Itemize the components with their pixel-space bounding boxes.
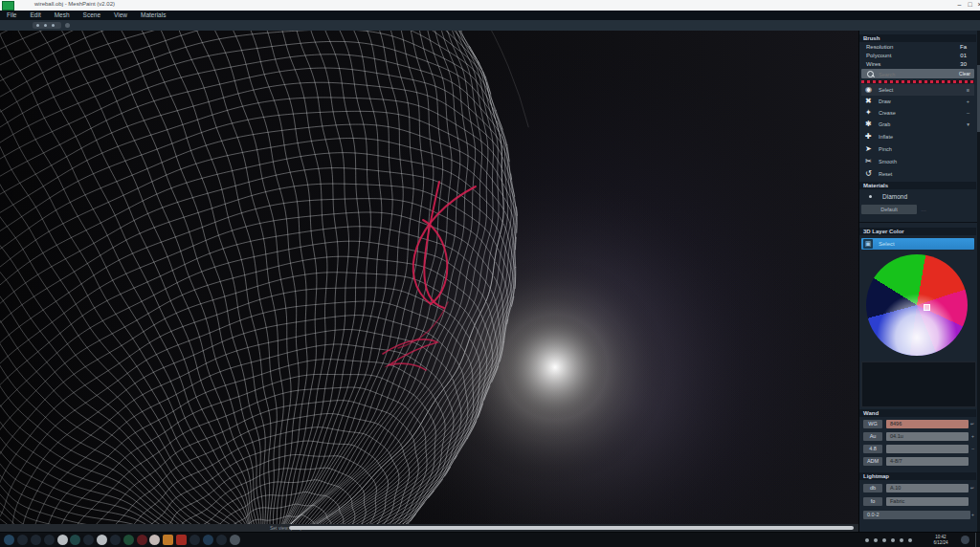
tool-list-item[interactable]: ✦ Crease – — [861, 107, 974, 119]
brush-search-row: Clear — [861, 69, 974, 78]
taskbar-icon-dark-app-1[interactable] — [83, 535, 94, 545]
search-clear-button[interactable]: Clear — [959, 71, 970, 77]
param-value: 30 — [960, 60, 967, 69]
menu-materials[interactable]: Materials — [134, 11, 172, 20]
tray-clock[interactable]: 10:42 6/12/24 — [922, 535, 960, 546]
field-value[interactable]: A.10 — [886, 484, 969, 492]
maximize-button[interactable]: □ — [966, 1, 974, 9]
field-value-wide[interactable]: 0.0-2 — [863, 511, 970, 519]
taskbar-icon-blue-app[interactable] — [203, 535, 213, 545]
field-side-icon[interactable]: + — [971, 433, 974, 439]
tool-list-item[interactable]: ✖ Draw + — [861, 96, 974, 107]
tool-badge[interactable]: + — [967, 98, 969, 104]
field-side-icon[interactable]: – — [971, 446, 974, 451]
param-row[interactable]: Resolution Fa — [861, 43, 974, 52]
field-value[interactable]: 8496 — [886, 420, 969, 428]
tool-list-item[interactable]: ✚ Inflate — [861, 131, 974, 142]
tool-label: Pinch — [879, 146, 892, 152]
field-label: WG — [863, 420, 882, 428]
taskbar-icon-green-app[interactable] — [123, 535, 134, 545]
tray-icon-1[interactable] — [865, 538, 869, 542]
color-section-header[interactable]: 3D Layer Color — [859, 228, 976, 235]
window-title: wireball.obj - MeshPaint (v2.02) — [34, 1, 115, 7]
show-desktop-button[interactable] — [975, 533, 980, 547]
tray-icon-6[interactable] — [908, 538, 912, 542]
taskbar-icon-sphere-app[interactable] — [97, 535, 107, 545]
undo-icon: ↺ — [865, 169, 872, 179]
color-row-label: Select — [879, 241, 895, 247]
minimize-button[interactable]: – — [955, 1, 964, 9]
taskbar-icon-gray-app[interactable] — [230, 535, 240, 545]
brush-section-header[interactable]: Brush — [859, 34, 976, 42]
field-label: 4.8 — [863, 445, 882, 453]
scissors-brush-icon: ✂ — [865, 157, 872, 166]
arrow-brush-icon: ➤ — [865, 144, 872, 154]
field-value[interactable]: 4-8/7 — [886, 457, 969, 466]
taskbar-icon-globe-app[interactable] — [57, 535, 68, 545]
menu-view[interactable]: View — [107, 11, 134, 20]
snapshot-icon[interactable] — [65, 23, 70, 28]
tray-icon-5[interactable] — [900, 538, 903, 542]
tray-icon-2[interactable] — [874, 538, 878, 542]
taskbar-icon-browser-2[interactable] — [31, 535, 41, 545]
color-wheel[interactable] — [866, 254, 968, 356]
menu-scene[interactable]: Scene — [77, 11, 107, 20]
horizontal-scrollbar[interactable] — [289, 526, 854, 530]
menu-mesh[interactable]: Mesh — [48, 11, 77, 20]
taskbar-icon-dark-app-2[interactable] — [110, 535, 121, 545]
taskbar-icon-red-tool-app[interactable] — [137, 535, 147, 545]
material-more-button[interactable]: … — [921, 207, 926, 212]
tool-label: Select — [879, 87, 893, 93]
tray-icon-7[interactable] — [961, 536, 969, 544]
param-row[interactable]: Wires 30 — [861, 60, 974, 69]
field-value[interactable] — [886, 445, 969, 453]
taskbar-icon-dark-app-4[interactable] — [216, 535, 227, 545]
field-side-icon[interactable]: + — [971, 512, 974, 517]
tool-list-item[interactable]: ↺ Reset — [861, 168, 974, 180]
field-row: Au 04.1u + — [861, 431, 974, 442]
close-button[interactable]: × — [975, 1, 980, 9]
field-value[interactable]: 04.1u — [886, 432, 969, 441]
menu-file[interactable]: File — [0, 11, 23, 20]
field-value[interactable]: Fabric — [886, 497, 969, 506]
taskbar-icon-pale-red-app[interactable] — [149, 535, 160, 545]
taskbar-icon-teal-app[interactable] — [70, 535, 80, 545]
field-side-icon[interactable]: ↵ — [970, 421, 974, 427]
material-bullet-icon — [869, 195, 872, 198]
taskbar-icon-dark-app-3[interactable] — [189, 535, 200, 545]
color-selected-row[interactable]: ▣ Select — [861, 238, 974, 250]
field-label: Au — [863, 432, 882, 441]
tool-list-item[interactable]: ✱ Grab ▾ — [861, 119, 974, 130]
tool-badge[interactable]: – — [967, 110, 969, 116]
material-name: Diamond — [882, 193, 907, 200]
tool-label: Inflate — [879, 134, 893, 140]
color-wheel-marker[interactable] — [924, 304, 930, 311]
taskbar-icon-red-app[interactable] — [176, 535, 187, 545]
taskbar-icon-start[interactable] — [4, 535, 14, 545]
field-label: db — [863, 484, 882, 492]
material-default-button[interactable]: Default — [861, 205, 917, 214]
taskbar-icon-amber-app[interactable] — [163, 535, 173, 545]
materials-section-header[interactable]: Materials — [859, 182, 976, 189]
tool-badge[interactable]: ≡ — [967, 87, 969, 93]
target-brush-icon: ◉ — [865, 85, 872, 95]
field-side-icon[interactable]: ↵ — [970, 485, 974, 491]
tray-icon-4[interactable] — [891, 538, 895, 542]
tool-list-item[interactable]: ➤ Pinch — [861, 143, 974, 155]
material-item[interactable]: Diamond — [861, 191, 974, 203]
tool-list-item[interactable]: ✂ Smooth — [861, 156, 974, 167]
lightmap-section-header[interactable]: Lightmap — [859, 472, 976, 480]
search-input[interactable] — [877, 70, 947, 79]
wand-section-header[interactable]: Wand — [859, 409, 976, 417]
tool-badge[interactable]: ▾ — [967, 121, 969, 127]
taskbar-icon-browser-3[interactable] — [44, 535, 55, 545]
view-mode-buttons[interactable] — [33, 22, 61, 29]
taskbar-icon-browser-1[interactable] — [17, 535, 28, 545]
tool-list-item[interactable]: ◉ Select ≡ — [861, 84, 974, 96]
menu-bar: File Edit Mesh Scene View Materials — [0, 11, 980, 20]
tool-label: Reset — [879, 171, 892, 177]
param-row[interactable]: Polycount 01 — [861, 52, 974, 60]
viewport-canvas[interactable] — [0, 31, 858, 524]
tray-icon-3[interactable] — [882, 538, 886, 542]
menu-edit[interactable]: Edit — [23, 11, 47, 20]
